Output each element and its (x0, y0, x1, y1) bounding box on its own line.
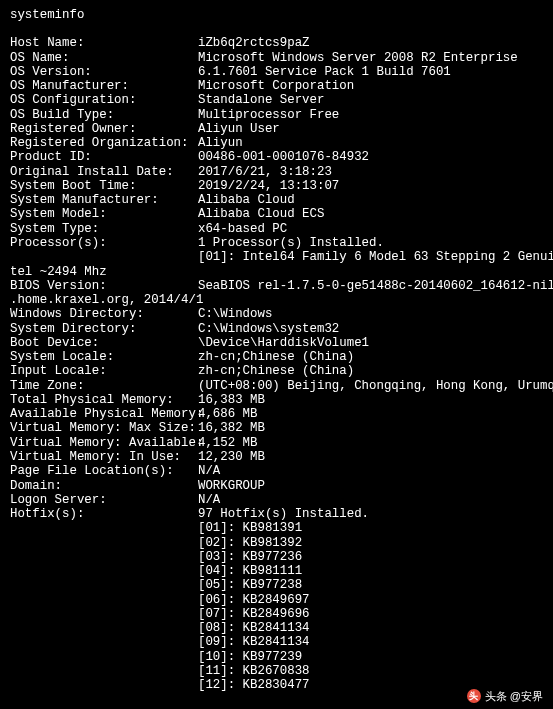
info-row: Boot Device:\Device\HarddiskVolume1 (10, 336, 553, 350)
info-row: Domain:WORKGROUP (10, 479, 553, 493)
info-value: 6.1.7601 Service Pack 1 Build 7601 (198, 65, 451, 79)
info-label: Domain: (10, 479, 198, 493)
processor-detail: [01]: Intel64 Family 6 Model 63 Stepping… (10, 250, 553, 264)
hotfix-item: [08]: KB2841134 (10, 621, 553, 635)
info-row: OS Manufacturer:Microsoft Corporation (10, 79, 553, 93)
blank-line (10, 22, 553, 36)
info-value: C:\Windows (198, 307, 272, 321)
hotfix-list: [01]: KB981391[02]: KB981392[03]: KB9772… (10, 521, 553, 692)
info-label: Logon Server: (10, 493, 198, 507)
tel-line: tel ~2494 Mhz (10, 265, 553, 279)
hotfix-item: [10]: KB977239 (10, 650, 553, 664)
info-value: 2019/2/24, 13:13:07 (198, 179, 339, 193)
info-value: Microsoft Corporation (198, 79, 354, 93)
info-label: Host Name: (10, 36, 198, 50)
info-value: 2017/6/21, 3:18:23 (198, 165, 332, 179)
info-value: (UTC+08:00) Beijing, Chongqing, Hong Kon… (198, 379, 553, 393)
info-row: OS Configuration:Standalone Server (10, 93, 553, 107)
info-value: 1 Processor(s) Installed. (198, 236, 384, 250)
info-value: zh-cn;Chinese (China) (198, 364, 354, 378)
info-row: Input Locale:zh-cn;Chinese (China) (10, 364, 553, 378)
info-label: Product ID: (10, 150, 198, 164)
info-value: Microsoft Windows Server 2008 R2 Enterpr… (198, 51, 518, 65)
info-row: Total Physical Memory:16,383 MB (10, 393, 553, 407)
hotfix-item: [04]: KB981111 (10, 564, 553, 578)
info-row: Virtual Memory: Available:4,152 MB (10, 436, 553, 450)
watermark-text: 头条 @安界 (485, 690, 543, 703)
info-row: Original Install Date:2017/6/21, 3:18:23 (10, 165, 553, 179)
info-label: Page File Location(s): (10, 464, 198, 478)
info-label: Registered Owner: (10, 122, 198, 136)
info-row: System Locale:zh-cn;Chinese (China) (10, 350, 553, 364)
bios-row: BIOS Version:SeaBIOS rel-1.7.5-0-ge51488… (10, 279, 553, 293)
info-label: Total Physical Memory: (10, 393, 198, 407)
info-value: 16,383 MB (198, 393, 265, 407)
info-value: 4,152 MB (198, 436, 258, 450)
info-row: Logon Server:N/A (10, 493, 553, 507)
info-label: System Type: (10, 222, 198, 236)
info-value: Aliyun (198, 136, 243, 150)
command-line: systeminfo (10, 8, 553, 22)
info-row: Registered Owner:Aliyun User (10, 122, 553, 136)
info-value: N/A (198, 464, 220, 478)
info-label: Time Zone: (10, 379, 198, 393)
info-value: iZb6q2rctcs9paZ (198, 36, 310, 50)
info-label: Input Locale: (10, 364, 198, 378)
info-row: Time Zone:(UTC+08:00) Beijing, Chongqing… (10, 379, 553, 393)
info-row: Hotfix(s):97 Hotfix(s) Installed. (10, 507, 553, 521)
info-label: Processor(s): (10, 236, 198, 250)
info-value: 00486-001-0001076-84932 (198, 150, 369, 164)
info-value: zh-cn;Chinese (China) (198, 350, 354, 364)
bios-wrap-line: .home.kraxel.org, 2014/4/1 (10, 293, 553, 307)
info-label: Registered Organization: (10, 136, 198, 150)
info-label: System Model: (10, 207, 198, 221)
info-row: System Directory:C:\Windows\system32 (10, 322, 553, 336)
info-label: Virtual Memory: In Use: (10, 450, 198, 464)
info-label: OS Manufacturer: (10, 79, 198, 93)
info-label: Available Physical Memory: (10, 407, 198, 421)
info-row: Page File Location(s):N/A (10, 464, 553, 478)
hotfix-item: [05]: KB977238 (10, 578, 553, 592)
info-row: Available Physical Memory:4,686 MB (10, 407, 553, 421)
hotfix-item: [01]: KB981391 (10, 521, 553, 535)
info-label: System Directory: (10, 322, 198, 336)
info-label: Virtual Memory: Max Size: (10, 421, 198, 435)
info-label: OS Build Type: (10, 108, 198, 122)
info-label: Boot Device: (10, 336, 198, 350)
info-label: System Locale: (10, 350, 198, 364)
info-value: x64-based PC (198, 222, 287, 236)
info-value: 12,230 MB (198, 450, 265, 464)
info-row: Registered Organization:Aliyun (10, 136, 553, 150)
hotfix-item: [06]: KB2849697 (10, 593, 553, 607)
info-label: Virtual Memory: Available: (10, 436, 198, 450)
bios-label: BIOS Version: (10, 279, 198, 293)
info-row: System Model:Alibaba Cloud ECS (10, 207, 553, 221)
info-value: N/A (198, 493, 220, 507)
bios-value: SeaBIOS rel-1.7.5-0-ge51488c-20140602_16… (198, 279, 553, 293)
info-row: Host Name:iZb6q2rctcs9paZ (10, 36, 553, 50)
info-label: System Boot Time: (10, 179, 198, 193)
info-row: Windows Directory:C:\Windows (10, 307, 553, 321)
info-value: C:\Windows\system32 (198, 322, 339, 336)
info-row: Virtual Memory: In Use:12,230 MB (10, 450, 553, 464)
info-value: 97 Hotfix(s) Installed. (198, 507, 369, 521)
info-row: System Boot Time:2019/2/24, 13:13:07 (10, 179, 553, 193)
info-value: Aliyun User (198, 122, 280, 136)
info-value: 4,686 MB (198, 407, 258, 421)
info-value: 16,382 MB (198, 421, 265, 435)
info-value: Alibaba Cloud (198, 193, 295, 207)
info-row: System Type:x64-based PC (10, 222, 553, 236)
info-label: Hotfix(s): (10, 507, 198, 521)
info-row: System Manufacturer:Alibaba Cloud (10, 193, 553, 207)
info-value: WORKGROUP (198, 479, 265, 493)
systeminfo-block-1: Host Name:iZb6q2rctcs9paZOS Name:Microso… (10, 36, 553, 250)
info-row: Product ID:00486-001-0001076-84932 (10, 150, 553, 164)
info-row: OS Build Type:Multiprocessor Free (10, 108, 553, 122)
hotfix-item: [11]: KB2670838 (10, 664, 553, 678)
info-value: Standalone Server (198, 93, 324, 107)
info-row: Virtual Memory: Max Size:16,382 MB (10, 421, 553, 435)
hotfix-item: [02]: KB981392 (10, 536, 553, 550)
info-row: OS Name:Microsoft Windows Server 2008 R2… (10, 51, 553, 65)
info-value: Multiprocessor Free (198, 108, 339, 122)
info-row: Processor(s):1 Processor(s) Installed. (10, 236, 553, 250)
